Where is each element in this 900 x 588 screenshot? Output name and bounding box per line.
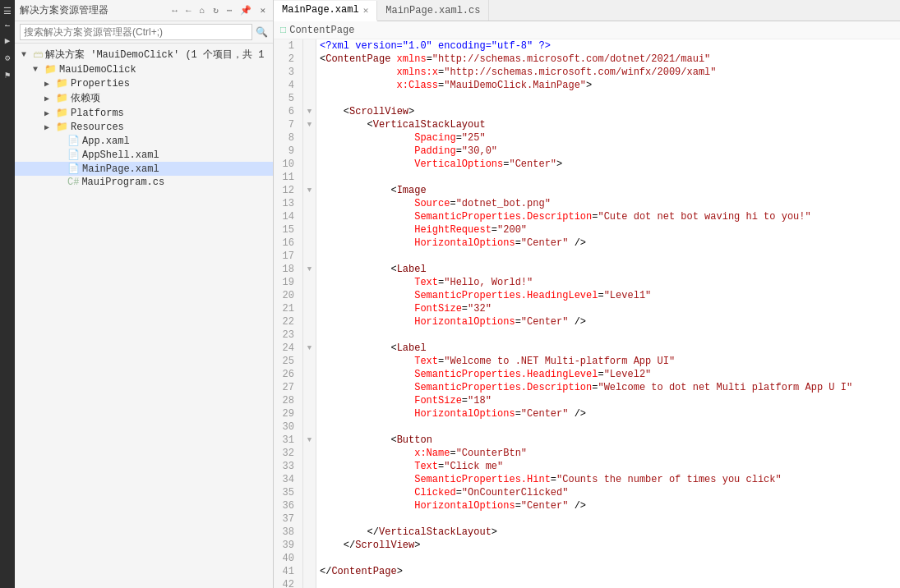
- sidebar-title-bar: 解决方案资源管理器 ↔ ← ⌂ ↻ ⋯ 📌 ✕: [15, 0, 273, 21]
- tree-item-mainpagexaml[interactable]: ▶ 📄 MainPage.xaml: [15, 162, 273, 176]
- dep-arrow: ▶: [44, 94, 56, 103]
- refresh-icon[interactable]: ↻: [210, 4, 221, 16]
- code-line: </ScrollView>: [320, 539, 900, 552]
- appshellxaml-label: AppShell.xaml: [82, 149, 159, 161]
- tree-item-mauiprogramcs[interactable]: ▶ C# MauiProgram.cs: [15, 176, 273, 189]
- dep-label: 依赖项: [71, 91, 100, 105]
- tree-item-resources[interactable]: ▶ 📁 Resources: [15, 120, 273, 134]
- home-icon[interactable]: ⌂: [197, 5, 208, 16]
- solution-root-item[interactable]: ▼ 🗃 解决方案 'MauiDemoClick' (1 个项目，共 1: [15, 47, 273, 62]
- tree-item-properties[interactable]: ▶ 📁 Properties: [15, 76, 273, 90]
- code-line: SemanticProperties.Description="Welcome …: [320, 381, 900, 394]
- git-icon[interactable]: ⇃: [2, 21, 14, 31]
- tab-mainpage-close[interactable]: ✕: [363, 5, 369, 16]
- code-line: x:Name="CounterBtn": [320, 447, 900, 460]
- mainpage-arrow: ▶: [56, 164, 67, 174]
- platforms-label: Platforms: [71, 108, 124, 119]
- res-folder-icon: 📁: [56, 121, 68, 133]
- activity-bar: ☰ ⇃ ▶ ⚙ ⚑: [0, 0, 15, 588]
- tab-mainpage-xaml-cs[interactable]: MainPage.xaml.cs: [377, 0, 489, 21]
- code-area[interactable]: 1234567891011121314151617181920212223242…: [274, 39, 900, 588]
- solution-explorer-panel: 解决方案资源管理器 ↔ ← ⌂ ↻ ⋯ 📌 ✕ 🔍 ▼ 🗃 解决方案 'Maui…: [15, 0, 274, 588]
- properties-label: Properties: [71, 78, 130, 90]
- tab-mainpage-xaml-cs-label: MainPage.xaml.cs: [385, 5, 480, 16]
- code-line: <Label: [320, 263, 900, 276]
- search-input[interactable]: [20, 24, 252, 40]
- solution-arrow: ▼: [21, 50, 33, 59]
- code-line: SemanticProperties.Hint="Counts the numb…: [320, 473, 900, 486]
- search-button[interactable]: 🔍: [256, 26, 268, 39]
- code-line: HorizontalOptions="Center" />: [320, 407, 900, 420]
- code-line: SemanticProperties.Description="Cute dot…: [320, 210, 900, 223]
- collapse-column: ▼▼▼▼▼▼: [303, 39, 316, 588]
- code-line: Text="Welcome to .NET Multi-platform App…: [320, 355, 900, 368]
- properties-arrow: ▶: [44, 79, 56, 89]
- code-line: HorizontalOptions="Center" />: [320, 499, 900, 512]
- code-line: [320, 420, 900, 434]
- appxaml-icon: 📄: [67, 135, 80, 147]
- code-line: </VerticalStackLayout>: [320, 526, 900, 539]
- back-icon[interactable]: ←: [183, 5, 194, 16]
- mauiprog-icon: C#: [67, 177, 79, 188]
- code-line: x:Class="MauiDemoClick.MainPage">: [320, 79, 900, 92]
- code-line: FontSize="18": [320, 394, 900, 407]
- code-line: [320, 328, 900, 342]
- breadcrumb: ContentPage: [289, 25, 354, 36]
- code-line: Text="Click me": [320, 460, 900, 473]
- project-name: MauiDemoClick: [59, 64, 136, 76]
- tree-item-appshellxaml[interactable]: ▶ 📄 AppShell.xaml: [15, 148, 273, 162]
- code-line: <Button: [320, 434, 900, 447]
- code-line: SemanticProperties.HeadingLevel="Level2": [320, 368, 900, 381]
- close-panel-icon[interactable]: ✕: [257, 4, 268, 16]
- code-line: HorizontalOptions="Center" />: [320, 315, 900, 328]
- solution-explorer-icon[interactable]: ☰: [2, 3, 14, 19]
- tree-item-appxaml[interactable]: ▶ 📄 App.xaml: [15, 134, 273, 148]
- tree-item-dependencies[interactable]: ▶ 📁 依赖项: [15, 90, 273, 106]
- collapse-all-icon[interactable]: ⋯: [224, 4, 235, 16]
- code-line: Source="dotnet_bot.png": [320, 197, 900, 210]
- tools-icon[interactable]: ⚙: [2, 50, 14, 66]
- code-line: [320, 512, 900, 526]
- code-line: <?xml version="1.0" encoding="utf-8" ?>: [320, 39, 900, 53]
- code-line: <VerticalStackLayout: [320, 118, 900, 131]
- editor-panel: MainPage.xaml ✕ MainPage.xaml.cs □ Conte…: [274, 0, 900, 588]
- code-line: [320, 578, 900, 588]
- tab-bar: MainPage.xaml ✕ MainPage.xaml.cs: [274, 0, 900, 21]
- breadcrumb-icon: □: [280, 25, 286, 36]
- bookmark-icon[interactable]: ⚑: [2, 67, 14, 83]
- code-line: [320, 171, 900, 184]
- code-line: [320, 552, 900, 565]
- code-line: HeightRequest="200": [320, 223, 900, 237]
- breadcrumb-bar: □ ContentPage: [274, 21, 900, 39]
- sidebar-title: 解决方案资源管理器: [20, 3, 108, 17]
- debug-icon[interactable]: ▶: [2, 33, 14, 48]
- resources-label: Resources: [71, 122, 124, 133]
- code-line: Spacing="25": [320, 131, 900, 145]
- appshell-arrow: ▶: [56, 150, 67, 160]
- code-line: <ContentPage xmlns="http://schemas.micro…: [320, 53, 900, 66]
- code-line: VerticalOptions="Center">: [320, 158, 900, 171]
- solution-tree: ▼ 🗃 解决方案 'MauiDemoClick' (1 个项目，共 1 ▼ 📁 …: [15, 44, 273, 588]
- project-root-item[interactable]: ▼ 📁 MauiDemoClick: [15, 62, 273, 76]
- sidebar-toolbar: ↔ ← ⌂ ↻ ⋯ 📌 ✕: [169, 4, 268, 16]
- mauiprogramcs-label: MauiProgram.cs: [81, 177, 164, 188]
- tab-mainpage-xaml[interactable]: MainPage.xaml ✕: [274, 1, 377, 21]
- mauiprog-arrow: ▶: [56, 177, 67, 187]
- pin-icon[interactable]: 📌: [238, 4, 254, 16]
- code-line: FontSize="32": [320, 302, 900, 315]
- search-bar: 🔍: [15, 21, 273, 44]
- folder-icon: 📁: [56, 77, 68, 90]
- appxaml-label: App.xaml: [82, 136, 130, 147]
- appxaml-arrow: ▶: [56, 136, 67, 146]
- line-numbers: 1234567891011121314151617181920212223242…: [274, 39, 303, 588]
- code-line: <Label: [320, 342, 900, 355]
- code-content: <?xml version="1.0" encoding="utf-8" ?><…: [316, 39, 900, 588]
- tree-item-platforms[interactable]: ▶ 📁 Platforms: [15, 106, 273, 120]
- project-icon: 📁: [44, 63, 57, 76]
- platforms-folder-icon: 📁: [56, 107, 68, 119]
- code-line: <Image: [320, 184, 900, 197]
- solution-label: 解决方案 'MauiDemoClick' (1 个项目，共 1: [45, 48, 264, 62]
- tab-mainpage-xaml-label: MainPage.xaml: [282, 4, 359, 16]
- sync-icon[interactable]: ↔: [169, 5, 180, 16]
- platforms-arrow: ▶: [44, 108, 56, 118]
